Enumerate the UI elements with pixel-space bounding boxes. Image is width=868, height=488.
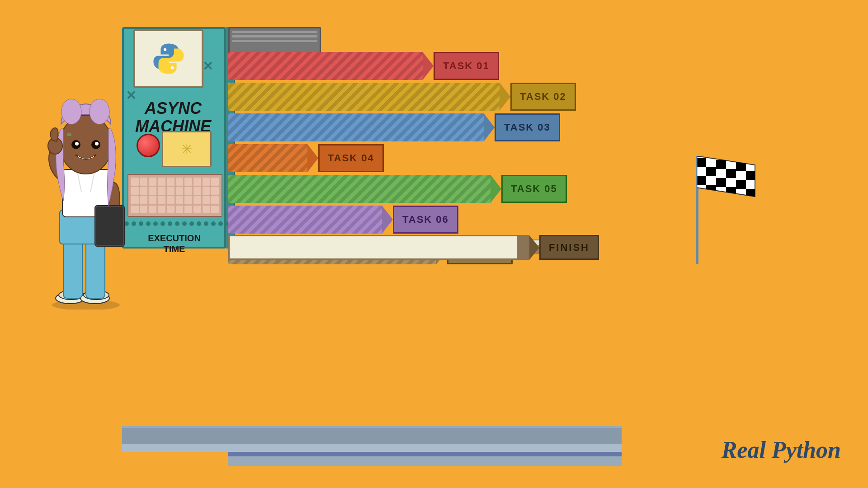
character-illustration	[36, 70, 136, 310]
main-scene: ✕ ✕ ASYNC MACHINE ✳ EXECUTIONTIME	[0, 0, 868, 488]
task-02-bar: TASK 02	[228, 83, 613, 111]
finish-track-brown	[518, 235, 529, 260]
svg-rect-9	[746, 171, 756, 180]
task-03-arrow	[484, 113, 495, 141]
svg-rect-5	[716, 160, 726, 169]
svg-point-32	[61, 99, 81, 124]
execution-time-label: EXECUTIONTIME	[126, 233, 223, 254]
task-06-bar: TASK 06	[228, 206, 613, 234]
x-mark-top: ✕	[203, 59, 213, 74]
svg-point-37	[75, 142, 79, 145]
red-button	[137, 134, 160, 157]
svg-rect-7	[706, 167, 716, 176]
platform-shadow	[122, 444, 622, 452]
svg-rect-4	[696, 158, 706, 167]
svg-rect-22	[63, 237, 82, 298]
platform-step-2	[228, 456, 622, 466]
task-02-stripe	[228, 83, 500, 111]
machine-title: ASYNC MACHINE	[126, 99, 221, 135]
finish-container: FINISH	[228, 235, 599, 260]
svg-rect-34	[67, 133, 71, 136]
task-05-label: TASK 05	[501, 175, 567, 203]
task-02-arrow	[500, 83, 510, 111]
task-04-bar: TASK 04	[228, 144, 613, 172]
task-03-bar: TASK 03	[228, 113, 613, 141]
task-04-arrow	[307, 144, 318, 172]
task-04-label: TASK 04	[318, 144, 384, 172]
task-04-stripe	[228, 144, 307, 172]
svg-point-33	[90, 99, 109, 124]
python-logo-icon	[151, 41, 187, 77]
task-06-stripe	[228, 206, 382, 234]
python-logo-box	[133, 29, 203, 88]
spinner-box: ✳	[162, 131, 212, 167]
task-01-stripe	[228, 52, 423, 80]
svg-point-38	[95, 142, 99, 145]
svg-rect-8	[726, 169, 736, 178]
task-01-bar: TASK 01	[228, 52, 613, 80]
task-03-label: TASK 03	[495, 113, 560, 141]
svg-rect-14	[726, 187, 736, 196]
svg-point-0	[163, 48, 166, 51]
task-05-bar: TASK 05	[228, 175, 613, 203]
svg-rect-12	[736, 180, 746, 189]
svg-rect-10	[696, 176, 706, 185]
vent-panel	[228, 27, 321, 53]
task-02-label: TASK 02	[510, 83, 576, 111]
grid-panel	[127, 174, 222, 217]
svg-rect-13	[706, 185, 716, 194]
execution-time-text: EXECUTIONTIME	[126, 233, 223, 254]
task-05-arrow	[491, 175, 501, 203]
task-06-label: TASK 06	[393, 206, 458, 234]
task-03-stripe	[228, 113, 484, 141]
svg-rect-11	[716, 178, 726, 187]
finish-label: FINISH	[539, 235, 599, 260]
svg-rect-29	[96, 207, 123, 245]
svg-point-1	[170, 66, 173, 69]
task-01-arrow	[423, 52, 434, 80]
svg-point-31	[60, 115, 112, 174]
finish-bar: FINISH	[228, 235, 599, 260]
task-06-arrow	[382, 206, 393, 234]
task-05-stripe	[228, 175, 491, 203]
platform-main	[122, 426, 622, 445]
finish-arrow	[529, 235, 539, 260]
spinner-icon: ✳	[181, 141, 193, 158]
finish-track-white	[228, 235, 518, 260]
task-01-label: TASK 01	[434, 52, 499, 80]
checkered-flag	[696, 156, 760, 206]
real-python-watermark: Real Python	[722, 436, 841, 463]
